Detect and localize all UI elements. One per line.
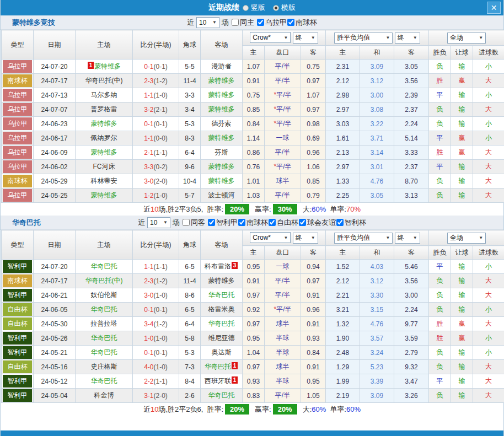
- league-type-badge: 乌拉甲: [3, 103, 32, 116]
- team-name-text: 华奇巴托(中): [85, 77, 123, 84]
- team-name-text: 蒙特维多: [208, 277, 235, 284]
- league-type-badge: 乌拉甲: [3, 146, 32, 159]
- league-filter-checkbox[interactable]: [287, 19, 294, 26]
- asian-home-odds: 1.01: [243, 174, 265, 189]
- result-goals: 大: [473, 146, 504, 160]
- league-filter-checkbox[interactable]: [269, 219, 276, 226]
- result-scope-group-header: 全场 ▼: [429, 30, 504, 46]
- league-type-cell: 智利甲: [2, 346, 34, 360]
- handicap-text: 平/半: [276, 305, 291, 313]
- asian-home-odds: 1.07: [243, 60, 265, 74]
- single-rate-value: 70%: [346, 205, 361, 213]
- euro-draw-odds: 3.09: [360, 60, 394, 74]
- europe-odds-final-select[interactable]: 终 ▼: [395, 33, 420, 44]
- league-filter-checkbox[interactable]: [238, 219, 245, 226]
- corners-cell: 9-6: [179, 160, 201, 174]
- corners-cell: 3-4: [179, 103, 201, 117]
- euro-home-odds: 1.33: [326, 174, 360, 189]
- result-wdl: 负: [429, 117, 451, 131]
- asian-home-odds: 0.75: [243, 88, 265, 103]
- league-filter-list: 智利甲南球杯自由杯球会友谊智利杯: [207, 218, 366, 228]
- euro-away-odds: 2.39: [394, 88, 429, 103]
- result-handicap: 输: [451, 174, 473, 189]
- euro-draw-odds: 3.39: [360, 374, 394, 389]
- league-type-badge: 智利甲: [3, 260, 32, 273]
- odds-final-select[interactable]: 终 ▼: [293, 233, 318, 244]
- league-filter-checkbox[interactable]: [336, 219, 344, 226]
- league-filter-checkbox[interactable]: [208, 219, 215, 226]
- summary-bar: 近 10 场,胜2平3负5, 胜率: 20% 赢率: 30% 大: 60% 单率…: [1, 203, 503, 216]
- halftime-score: (2-0): [154, 392, 168, 400]
- home-team-cell: 拉普拉塔: [76, 317, 133, 331]
- league-filter[interactable]: 乌拉甲: [256, 18, 287, 28]
- radio-vertical-layout[interactable]: 竖版: [243, 3, 265, 13]
- score-cell: 2-1(1-1): [133, 146, 179, 160]
- close-button[interactable]: ✕: [487, 2, 501, 14]
- odds-source-select[interactable]: Crow* ▼: [250, 232, 291, 243]
- team-name-text: 拉普拉塔: [91, 320, 117, 327]
- team-name-text: 科林蒂安: [91, 177, 117, 185]
- euro-draw-odds: 3.14: [360, 146, 394, 160]
- league-type-badge: 乌拉甲: [3, 160, 32, 173]
- scope-select[interactable]: 全场 ▼: [447, 33, 486, 44]
- league-filter[interactable]: 智利甲: [207, 218, 238, 228]
- handicap-text: 平/半: [275, 62, 290, 70]
- odds-final-select[interactable]: 终 ▼: [293, 33, 318, 44]
- fulltime-score: 0-1: [144, 306, 153, 314]
- europe-odds-source-select[interactable]: 胜平负均值 ▼: [334, 233, 393, 244]
- radio-circle-icon[interactable]: [243, 5, 249, 11]
- euro-away-odds: 8.70: [394, 174, 429, 189]
- corners-cell: 7-3: [179, 360, 201, 374]
- league-type-cell: 乌拉甲: [2, 60, 34, 74]
- league-filter-checkbox[interactable]: [257, 19, 264, 26]
- same-venue-filter[interactable]: 同客: [182, 218, 205, 228]
- league-type-badge: 南球杯: [3, 274, 32, 287]
- team-name-text: 蒙特维多: [208, 134, 235, 142]
- radio-circle-icon[interactable]: [273, 5, 279, 11]
- away-team-cell: 蒙特维多: [201, 160, 243, 174]
- euro-home-odds: 2.12: [326, 274, 360, 288]
- score-cell: 0-1(0-1): [133, 346, 179, 360]
- league-type-cell: 南球杯: [2, 274, 34, 288]
- scope-select[interactable]: 全场 ▼: [447, 233, 486, 244]
- away-team-cell: 华奇巴托1: [201, 360, 243, 374]
- col-header-league: 类型: [2, 30, 34, 60]
- match-date: 24-07-20: [34, 60, 76, 74]
- chevron-down-icon: ▼: [385, 235, 390, 240]
- radio-horizontal-layout[interactable]: 横版: [273, 3, 296, 13]
- results-table: 类型 日期 主场 比分(半场) 角球 客场 Crow* ▼ 终 ▼: [1, 30, 504, 203]
- same-venue-checkbox[interactable]: [232, 19, 239, 26]
- league-filter-checkbox[interactable]: [299, 219, 306, 226]
- euro-away-odds: 5.46: [394, 260, 429, 274]
- halftime-score: (1-1): [154, 378, 168, 385]
- same-venue-filter[interactable]: 同主: [231, 18, 254, 28]
- subcol-euro-away: 客: [394, 46, 429, 60]
- fulltime-score: 1-1: [144, 91, 153, 99]
- asian-home-odds: 0.91: [243, 74, 265, 88]
- away-team-cell: 蒙特维多: [201, 131, 243, 146]
- league-filter[interactable]: 南球杯: [238, 218, 268, 228]
- europe-odds-source-select[interactable]: 胜平负均值 ▼: [334, 33, 393, 44]
- recent-count-select[interactable]: 10 ▼: [147, 217, 170, 228]
- league-type-badge: 南球杯: [3, 175, 32, 187]
- subcol-result-handicap: 让球: [451, 46, 473, 60]
- col-header-score: 比分(半场): [133, 30, 179, 60]
- league-filter[interactable]: 自由杯: [268, 218, 298, 228]
- odds-source-select[interactable]: Crow* ▼: [250, 32, 291, 43]
- score-cell: 3-0(1-0): [133, 288, 179, 303]
- same-venue-checkbox[interactable]: [183, 219, 190, 226]
- handicap-cell: *平/半: [265, 103, 301, 117]
- score-cell: 3-4(1-2): [133, 317, 179, 331]
- halftime-score: (1-1): [154, 149, 168, 157]
- recent-count-select[interactable]: 10 ▼: [196, 17, 219, 28]
- europe-odds-final-select[interactable]: 终 ▼: [395, 233, 420, 244]
- match-row: 智利甲24-05-04科金博3-1(2-0)2-6华奇巴托0.83平/半1.05…: [2, 389, 504, 403]
- league-filter[interactable]: 智利杯: [336, 218, 366, 228]
- col-header-corners: 角球: [179, 30, 201, 60]
- team-name-text: 蒙特维多: [94, 62, 121, 70]
- team-name-text: 漫游者: [212, 62, 232, 70]
- same-venue-label: 同主: [240, 18, 254, 28]
- league-filter[interactable]: 球会友谊: [298, 218, 336, 228]
- league-filter[interactable]: 南球杯: [287, 18, 317, 28]
- subcol-asian-home: 主: [243, 246, 265, 260]
